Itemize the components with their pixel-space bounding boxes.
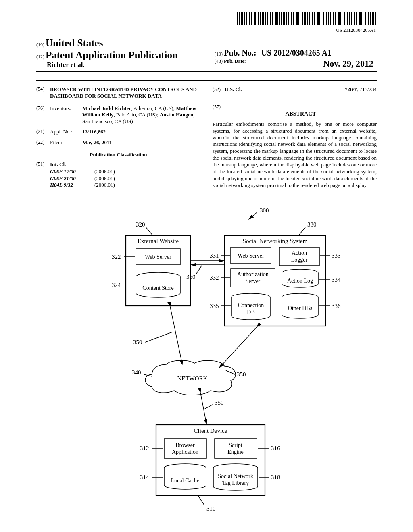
ref-300: 300 [260, 207, 269, 214]
ref-340: 340 [132, 369, 141, 376]
intcl-item-year: (2006.01) [94, 175, 127, 182]
biblio-columns: (54) BROWSER WITH INTEGRATED PRIVACY CON… [36, 80, 377, 189]
inventor-loc-1: , Atherton, CA (US); [131, 105, 176, 111]
browser-l2: Application [172, 449, 198, 455]
ref-324: 324 [112, 282, 121, 288]
action-log-label: Action Log [287, 278, 313, 284]
intcl-item-year: (2006.01) [94, 168, 127, 175]
ref-322: 322 [112, 254, 121, 260]
abstract-text: Particular embodiments comprise a method… [213, 121, 377, 189]
pubdate-value: Nov. 29, 2012 [323, 58, 377, 69]
intcl-item-code: G06F 17/00 [50, 168, 94, 175]
barcode-text: US 20120304265A1 [36, 27, 377, 33]
patent-page: US 20120304265A1 (19) United States (12)… [0, 0, 413, 532]
applno-code: (21) [36, 129, 50, 135]
taglib-l1: Social Network [218, 473, 253, 479]
filed-code: (22) [36, 139, 50, 146]
ref-332: 332 [210, 274, 219, 281]
ref-316: 316 [271, 445, 280, 451]
sns-label: Social Networking System [243, 238, 308, 244]
abstract-heading: ABSTRACT [225, 110, 377, 118]
applno-label: Appl. No.: [50, 129, 82, 135]
ref-350-left: 350 [133, 339, 142, 345]
action-logger-l2: Logger [291, 257, 308, 263]
ref-314: 314 [140, 474, 149, 480]
header-block: (19) United States (12) Patent Applicati… [36, 37, 377, 72]
inventors-code: (76) [36, 105, 50, 125]
client-device-label: Client Device [194, 428, 227, 434]
network-label: NETWORK [177, 375, 208, 382]
uscl-value-rest: ; 715/234 [357, 86, 377, 92]
auth-l1: Authorization [237, 271, 269, 277]
authors-header: Richter et al. [36, 61, 206, 69]
applno-value: 13/116,862 [82, 129, 106, 135]
script-l1: Script [229, 442, 242, 448]
intcl-code: (51) [36, 161, 50, 168]
country-code: (19) [36, 42, 44, 48]
barcode-graphic [236, 12, 377, 25]
ref-310: 310 [206, 505, 216, 512]
client-device-group: Client Device 350 Browser Application 31… [140, 393, 280, 512]
ref-350-bottom: 350 [215, 399, 224, 406]
header-left: (19) United States (12) Patent Applicati… [36, 37, 206, 69]
intcl-item-code: H04L 9/32 [50, 182, 94, 188]
abstract-code: (57) [213, 104, 225, 121]
header-right: (10) Pub. No.: US 2012/0304265 A1 (43) P… [206, 48, 377, 69]
uscl-value-bold: 726/7 [345, 86, 357, 92]
ref-320: 320 [136, 221, 145, 228]
left-column: (54) BROWSER WITH INTEGRATED PRIVACY CON… [36, 86, 200, 189]
doc-type: Patent Application Publication [46, 50, 178, 60]
external-website-label: External Website [138, 238, 179, 244]
uscl-value: 726/7; 715/234 [345, 86, 377, 93]
intcl-item-year: (2006.01) [94, 182, 127, 188]
ref-318: 318 [271, 474, 280, 480]
pubno-code: (10) [215, 51, 223, 57]
figure-300: 300 External Website 320 Web Server 322 … [36, 205, 377, 517]
auth-l2: Server [246, 278, 261, 284]
content-store-label: Content Store [142, 285, 173, 291]
sns-web-server-label: Web Server [238, 253, 264, 259]
ref-335: 335 [210, 303, 219, 309]
pubdate-code: (43) [215, 58, 223, 64]
uscl-dots [245, 90, 343, 91]
uscl-line: (52) U.S. Cl. 726/7; 715/234 [213, 86, 377, 93]
action-logger-l1: Action [292, 250, 307, 256]
inventors-label: Inventors: [50, 105, 82, 125]
ref-336: 336 [332, 303, 341, 309]
connection-l2: DB [247, 309, 254, 315]
right-column: (52) U.S. Cl. 726/7; 715/234 (57) ABSTRA… [213, 86, 377, 189]
filed-value: May 26, 2011 [82, 139, 112, 145]
ref-312: 312 [140, 445, 149, 451]
ext-web-server-label: Web Server [145, 254, 171, 260]
intcl-row: G06F 17/00 (2006.01) [50, 168, 200, 175]
pubdate-label: Pub. Date: [224, 58, 246, 64]
intcl-row: G06F 21/00 (2006.01) [50, 175, 200, 182]
country: United States [46, 37, 103, 48]
pub-class-heading: Publication Classification [36, 152, 200, 158]
browser-l1: Browser [175, 442, 195, 448]
local-cache-label: Local Cache [171, 478, 199, 484]
inventor-name-1: Michael Judd Richter [82, 105, 131, 111]
pubno-label: Pub. No.: [224, 48, 257, 57]
barcode-area [36, 12, 377, 27]
intcl-list: G06F 17/00 (2006.01) G06F 21/00 (2006.01… [36, 168, 200, 188]
intcl-row: H04L 9/32 (2006.01) [50, 182, 200, 188]
connection-l1: Connection [238, 302, 264, 308]
doc-type-code: (12) [36, 54, 44, 60]
filed-label: Filed: [50, 139, 82, 146]
ref-350-top: 350 [186, 274, 196, 280]
uscl-label: U.S. Cl. [225, 86, 242, 93]
external-website-group: External Website 320 Web Server 322 Cont… [112, 221, 190, 306]
taglib-l2: Tag Library [222, 480, 249, 486]
intcl-label: Int. Cl. [50, 161, 66, 167]
ref-330: 330 [307, 221, 317, 228]
uscl-code: (52) [213, 87, 225, 93]
intcl-item-code: G06F 21/00 [50, 175, 94, 182]
title-code: (54) [36, 86, 50, 100]
pubno-value: US 2012/0304265 A1 [261, 48, 332, 57]
inventor-name-3: Austin Haugen [160, 112, 193, 118]
network-cloud: NETWORK 340 [132, 360, 236, 395]
script-l2: Engine [227, 449, 244, 455]
ref-333: 333 [332, 252, 341, 259]
invention-title: BROWSER WITH INTEGRATED PRIVACY CONTROLS… [50, 86, 200, 100]
